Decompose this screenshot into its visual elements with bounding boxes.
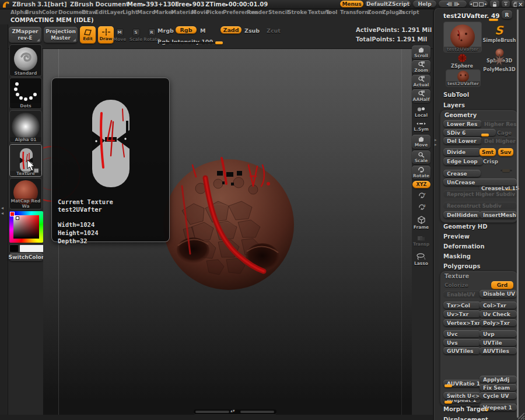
applyadj-button[interactable]: ApplyAdj — [480, 376, 517, 383]
xyz-button[interactable]: XYZ — [412, 181, 430, 188]
uvtile-button[interactable]: UVTile — [480, 339, 517, 346]
rotate-canvas-button[interactable]: Rotate — [412, 166, 430, 179]
shelf-nav-buttons[interactable]: ◂|||| ||||▸ — [439, 1, 467, 8]
lsym-button[interactable]: L.Sym — [412, 120, 430, 132]
move-button[interactable]: M Move — [112, 27, 127, 43]
menu-edit[interactable]: Edit — [95, 9, 107, 15]
tool-zsphere[interactable]: ZSphere — [446, 53, 478, 69]
insertmesh-button[interactable]: InsertMesh — [480, 211, 517, 219]
current-tool-thumbnail[interactable]: test2UVafter — [443, 22, 482, 52]
cage-button[interactable]: Cage — [497, 130, 512, 136]
menu-brush[interactable]: Brush — [25, 9, 42, 15]
tool-simplebrush[interactable]: S SimpleBrush — [483, 21, 516, 46]
dsp-slider[interactable] — [499, 165, 513, 173]
palette-nav-buttons[interactable]: ◂ ▸ — [469, 1, 488, 8]
section-preview[interactable]: Preview — [443, 233, 470, 240]
del-lower-button[interactable]: Del Lower — [443, 137, 482, 145]
palette-left-icon[interactable]: ◂ — [470, 2, 472, 6]
crease-button[interactable]: Crease — [443, 170, 481, 177]
lasso-button[interactable]: Lasso — [412, 252, 430, 267]
txr-col-button[interactable]: Txr>Col — [443, 302, 481, 309]
tool-polymesh3d[interactable]: PolyMesh3D — [482, 52, 517, 74]
scrollbar-right-segment[interactable] — [240, 411, 274, 413]
scrollbar-left-segment[interactable] — [195, 411, 229, 413]
panel-scrollbar[interactable] — [517, 9, 519, 418]
edge-loop-button[interactable]: Edge Loop — [443, 158, 483, 166]
section-layers[interactable]: Layers — [443, 102, 465, 108]
auvtiles-button[interactable]: AUVTiles — [480, 347, 517, 355]
menu-zscript[interactable]: Zscript — [398, 9, 419, 15]
switch-color-button[interactable]: SwitchColor — [8, 253, 44, 261]
m-toggle[interactable]: M — [200, 27, 205, 34]
guvtiles-button[interactable]: GUVTiles — [443, 347, 481, 355]
menu-tool[interactable]: Tool — [326, 9, 337, 15]
defaultzscript-button[interactable]: DefaultZScript — [365, 1, 411, 8]
menu-stencil[interactable]: Stencil — [268, 9, 289, 15]
fix-seam-button[interactable]: Fix Seam — [480, 384, 517, 391]
poly-txr-button[interactable]: Poly>Txr — [480, 319, 517, 327]
move-canvas-button[interactable]: Move — [412, 135, 430, 149]
material-thumbnail[interactable]: MatCap Red Wa — [9, 178, 42, 209]
menu-transform[interactable]: Transform — [340, 9, 370, 15]
frame-button[interactable]: Frame — [412, 215, 430, 231]
reproject-button[interactable]: Reproject Higher Subdiv — [443, 190, 517, 198]
section-displacement[interactable]: Displacement — [443, 416, 488, 420]
main-color-swatch[interactable] — [9, 244, 19, 253]
menu-color[interactable]: Color — [42, 9, 58, 15]
higher-res-button[interactable]: Higher Res — [481, 120, 517, 128]
texture-thumbnail[interactable]: Texture — [9, 144, 42, 177]
zmapper-button[interactable]: ZMapper rev-E — [9, 27, 41, 43]
scroll-button[interactable]: Scroll — [412, 46, 430, 59]
scale-canvas-button[interactable]: Scale — [412, 150, 430, 164]
rgb-intensity-slider[interactable]: Rgb Intensity 100 — [158, 35, 223, 45]
canvas-bottom-scrollbar[interactable]: ▲▼ — [194, 410, 276, 414]
colorize-toggle[interactable]: Colorize — [444, 282, 468, 288]
nav-left-icon[interactable]: ◂|||| — [446, 2, 452, 6]
projection-master-button[interactable]: Projection Master — [44, 27, 78, 43]
zadd-toggle[interactable]: Zadd — [220, 26, 242, 34]
menu-stroke[interactable]: Stroke — [288, 9, 307, 15]
section-geometry[interactable]: Geometry — [444, 112, 477, 118]
section-morph-target[interactable]: Morph Target — [443, 406, 487, 412]
menu-layer[interactable]: Layer — [107, 9, 123, 15]
reconstruct-button[interactable]: Reconstruct Subdiv — [443, 202, 517, 209]
transp-button[interactable]: Transp — [412, 235, 430, 247]
menu-picker[interactable]: Picker — [206, 9, 224, 15]
scrollbar-arrows-icon[interactable]: ▲▼ — [230, 409, 235, 412]
uv-txr-button[interactable]: Uv>Txr — [443, 310, 481, 318]
tray-collapse-arrows[interactable]: ◂◂ — [1, 205, 4, 216]
resize-grip[interactable] — [516, 411, 525, 420]
lower-res-button[interactable]: Lower Res — [443, 120, 482, 128]
actual-button[interactable]: Actual — [412, 75, 430, 88]
cycle-uv-button[interactable]: Cycle UV — [480, 392, 517, 400]
delhidden-button[interactable]: DelHidden — [443, 211, 481, 219]
grd-toggle[interactable]: Grd — [491, 281, 513, 289]
section-polygroups[interactable]: Polygroups — [443, 263, 480, 270]
stroke-thumbnail-dots[interactable]: Dots — [9, 78, 42, 109]
menu-render[interactable]: Render — [247, 9, 268, 15]
del-higher-button[interactable]: Del Higher — [481, 137, 517, 145]
divide-button[interactable]: Divide — [443, 148, 481, 156]
vertex-txr-button[interactable]: Vertex>Txr — [443, 319, 481, 327]
uvs-button[interactable]: Uvs — [443, 339, 481, 346]
color-picker[interactable] — [9, 211, 43, 243]
mrgb-toggle[interactable]: Mrgb — [158, 27, 174, 34]
menu-macro[interactable]: Macro — [137, 9, 155, 15]
aahalf-button[interactable]: AAHalf — [412, 89, 430, 103]
disableuv-button[interactable]: Disable UV — [480, 290, 517, 298]
col-txr-button[interactable]: Col>Txr — [480, 302, 517, 309]
section-masking[interactable]: Masking — [443, 253, 471, 260]
brush-thumbnail-standard[interactable]: Standard — [9, 44, 42, 76]
canvas[interactable]: Current Texture test2UVafter Width=1024 … — [43, 49, 412, 415]
uncrease-button[interactable]: UnCrease — [443, 178, 517, 186]
rgb-toggle[interactable]: Rgb — [176, 26, 197, 34]
draw-button[interactable]: Draw — [98, 26, 114, 44]
uvc-button[interactable]: Uvc — [443, 330, 481, 338]
section-texture[interactable]: Texture — [444, 273, 469, 279]
section-geometry-hd[interactable]: Geometry HD — [443, 223, 487, 230]
crisp-toggle[interactable]: Crisp — [483, 159, 498, 164]
scale-button[interactable]: S Scale — [128, 27, 144, 43]
edit-button[interactable]: Edit — [80, 26, 96, 44]
secondary-color-swatch[interactable] — [19, 244, 44, 253]
panel-collapse-arrows[interactable]: ▸▸ — [435, 138, 437, 147]
